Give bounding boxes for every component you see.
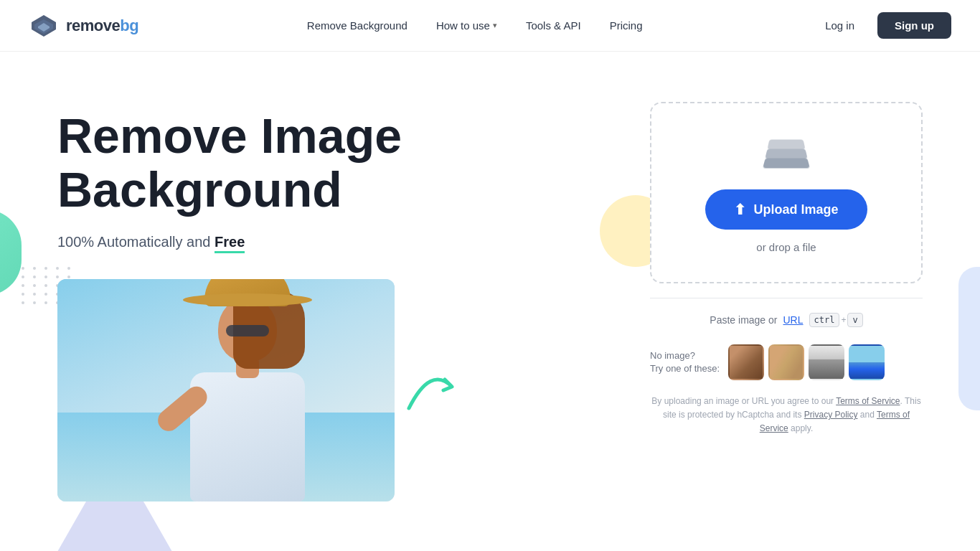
- deco-teal-shape: [0, 209, 22, 296]
- hero-section: Remove Image Background 100% Automatical…: [0, 52, 980, 551]
- hero-subtitle: 100% Automatically and Free: [57, 234, 621, 250]
- plus-sign: +: [841, 315, 846, 325]
- hero-image: [57, 279, 402, 523]
- logo[interactable]: removebg: [29, 14, 138, 38]
- tos-link-1[interactable]: Terms of Service: [836, 396, 900, 406]
- layer-2: [765, 149, 808, 159]
- chevron-down-icon: ▾: [493, 21, 497, 30]
- navbar: removebg Remove Background How to use ▾ …: [0, 0, 980, 52]
- keyboard-shortcut: ctrl + v: [809, 313, 863, 327]
- sample-thumb-dog[interactable]: [768, 344, 804, 380]
- sample-thumb-person[interactable]: [728, 344, 764, 380]
- paste-label: Paste image or: [710, 314, 777, 326]
- layer-1: [767, 139, 805, 149]
- drop-text: or drop a file: [673, 241, 900, 253]
- login-button[interactable]: Log in: [811, 14, 869, 37]
- hero-title: Remove Image Background: [57, 109, 473, 217]
- hero-left: Remove Image Background 100% Automatical…: [57, 95, 621, 523]
- sample-thumb-car[interactable]: [849, 344, 885, 380]
- sample-label: No image? Try one of these:: [650, 349, 720, 375]
- hero-photo-frame: [57, 279, 395, 501]
- paste-row: Paste image or URL ctrl + v: [650, 298, 923, 327]
- arrow-decoration: [402, 351, 473, 423]
- hero-right: ⬆ Upload Image or drop a file Paste imag…: [650, 102, 923, 436]
- nav-link-pricing[interactable]: Pricing: [598, 14, 654, 37]
- logo-text: removebg: [66, 17, 138, 35]
- footer-note: By uploading an image or URL you agree t…: [650, 395, 923, 436]
- photo-background: [57, 279, 395, 501]
- upload-card[interactable]: ⬆ Upload Image or drop a file: [650, 102, 923, 283]
- nav-link-remove-bg[interactable]: Remove Background: [296, 14, 419, 37]
- url-link[interactable]: URL: [783, 314, 804, 326]
- logo-icon: [29, 14, 59, 38]
- nav-links: Remove Background How to use ▾ Tools & A…: [296, 14, 654, 37]
- sample-images-section: No image? Try one of these:: [650, 344, 923, 380]
- upload-icon-area: [673, 139, 900, 168]
- nav-link-tools-api[interactable]: Tools & API: [514, 14, 593, 37]
- privacy-link[interactable]: Privacy Policy: [804, 410, 858, 420]
- layer-3: [763, 158, 810, 168]
- nav-auth: Log in Sign up: [811, 12, 951, 39]
- sample-thumbs: [728, 344, 885, 380]
- sample-thumb-laptop[interactable]: [809, 344, 844, 380]
- nav-link-how-to-use[interactable]: How to use ▾: [425, 14, 509, 37]
- upload-arrow-icon: ⬆: [734, 201, 746, 218]
- upload-image-button[interactable]: ⬆ Upload Image: [705, 189, 867, 230]
- deco-blue-bar: [958, 267, 980, 410]
- ctrl-key: ctrl: [809, 313, 840, 327]
- v-key: v: [847, 313, 862, 327]
- signup-button[interactable]: Sign up: [877, 12, 951, 39]
- layers-icon: [764, 139, 809, 168]
